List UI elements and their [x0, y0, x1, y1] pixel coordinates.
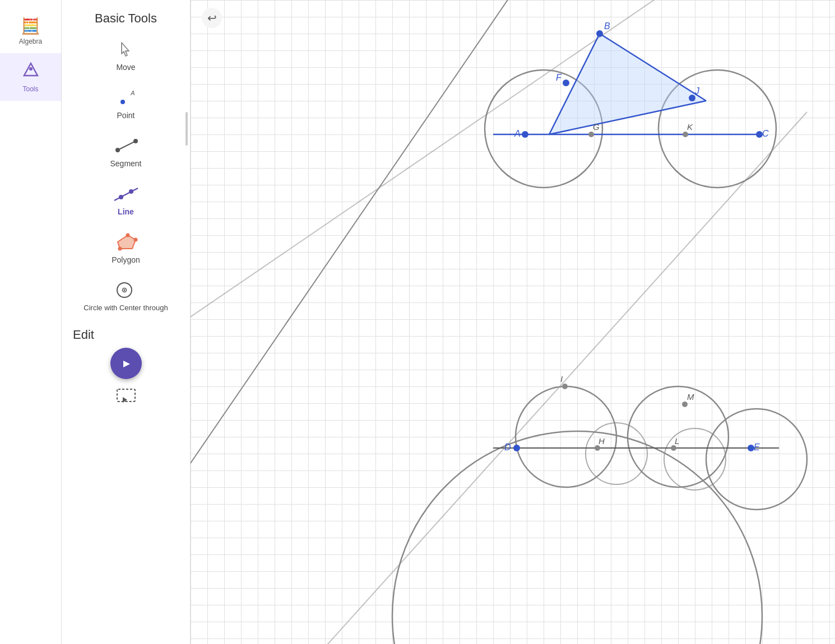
point-label-a: A: [131, 90, 134, 96]
svg-point-34: [664, 428, 726, 490]
svg-text:H: H: [599, 436, 605, 446]
svg-line-19: [191, 0, 527, 504]
svg-point-38: [563, 80, 569, 86]
svg-point-32: [706, 409, 807, 510]
tool-point[interactable]: A Point: [62, 80, 190, 128]
sidebar-algebra-label: Algebra: [19, 38, 42, 45]
tool-line[interactable]: Line: [62, 176, 190, 224]
svg-marker-16: [123, 361, 130, 367]
svg-text:E: E: [754, 442, 760, 452]
svg-text:A: A: [514, 129, 521, 138]
tool-line-label: Line: [118, 207, 134, 216]
svg-point-42: [588, 132, 594, 137]
tools-icon: [22, 61, 40, 83]
svg-point-52: [513, 445, 520, 451]
svg-line-21: [303, 112, 807, 644]
svg-text:J: J: [694, 86, 700, 96]
sidebar-item-algebra[interactable]: 🧮 Algebra: [0, 9, 61, 53]
move-cursor-icon: [118, 40, 134, 58]
edit-fab-button[interactable]: [110, 348, 142, 379]
svg-point-50: [562, 384, 568, 389]
tool-segment-label: Segment: [110, 159, 141, 168]
svg-marker-9: [118, 235, 136, 249]
fab-arrow-icon: [119, 356, 133, 371]
canvas-area: ↩ B: [191, 0, 835, 644]
svg-point-7: [119, 195, 123, 199]
svg-point-56: [682, 402, 688, 407]
svg-point-11: [126, 234, 129, 237]
svg-point-8: [129, 189, 133, 194]
move-icon-area: [118, 39, 134, 59]
dashed-select-icon: [115, 387, 137, 404]
sidebar-item-tools[interactable]: Tools: [0, 53, 61, 101]
polygon-icon-area: [112, 232, 140, 252]
sidebar-tools-label: Tools: [22, 85, 38, 93]
line-icon-area: [112, 184, 140, 204]
svg-text:K: K: [687, 122, 693, 132]
tool-polygon-label: Polygon: [112, 255, 140, 264]
point-dot: [120, 100, 125, 104]
svg-point-46: [683, 132, 688, 137]
edit-title: Edit: [73, 328, 94, 342]
geometry-canvas: B F A G J K C I D H M L: [191, 0, 835, 644]
svg-point-40: [522, 131, 528, 138]
svg-point-36: [596, 30, 603, 37]
circle-tool-icon: [112, 280, 140, 300]
undo-button[interactable]: ↩: [202, 8, 222, 28]
segment-icon-area: [112, 136, 140, 156]
segment-icon: [112, 136, 140, 156]
canvas-toolbar: ↩: [202, 8, 222, 28]
tools-panel: Basic Tools Move A Point Segment: [62, 0, 191, 644]
svg-text:M: M: [687, 392, 694, 402]
polygon-icon: [112, 232, 140, 252]
sidebar: 🧮 Algebra Tools: [0, 0, 62, 644]
svg-text:D: D: [504, 442, 511, 452]
svg-line-6: [114, 188, 138, 200]
point-icon-area: A: [115, 87, 137, 108]
tool-move[interactable]: Move: [62, 31, 190, 80]
svg-text:B: B: [604, 21, 610, 31]
svg-text:L: L: [675, 436, 679, 446]
svg-text:F: F: [556, 73, 562, 82]
tool-select-area[interactable]: [62, 384, 190, 407]
svg-point-15: [123, 290, 125, 291]
svg-text:C: C: [762, 129, 769, 138]
line-icon: [112, 184, 140, 204]
circle-icon-area: [112, 280, 140, 300]
tool-point-label: Point: [117, 111, 135, 120]
svg-text:G: G: [593, 122, 600, 132]
tool-circle[interactable]: Circle with Center through: [62, 272, 190, 320]
svg-line-4: [118, 141, 136, 150]
svg-point-5: [133, 139, 138, 143]
tools-title: Basic Tools: [62, 0, 190, 31]
svg-point-58: [671, 445, 676, 451]
svg-point-54: [595, 445, 600, 451]
svg-text:I: I: [560, 374, 563, 384]
edit-section: Edit: [62, 322, 190, 346]
algebra-icon: 🧮: [21, 17, 40, 35]
scrollbar-thumb[interactable]: [185, 112, 188, 146]
svg-marker-25: [549, 34, 706, 134]
svg-point-1: [29, 67, 33, 71]
tool-segment[interactable]: Segment: [62, 128, 190, 176]
tool-circle-label: Circle with Center through: [84, 304, 168, 312]
tool-polygon[interactable]: Polygon: [62, 224, 190, 272]
svg-point-12: [133, 238, 137, 242]
svg-marker-2: [122, 43, 129, 56]
svg-point-10: [118, 247, 122, 251]
tool-move-label: Move: [116, 63, 135, 72]
